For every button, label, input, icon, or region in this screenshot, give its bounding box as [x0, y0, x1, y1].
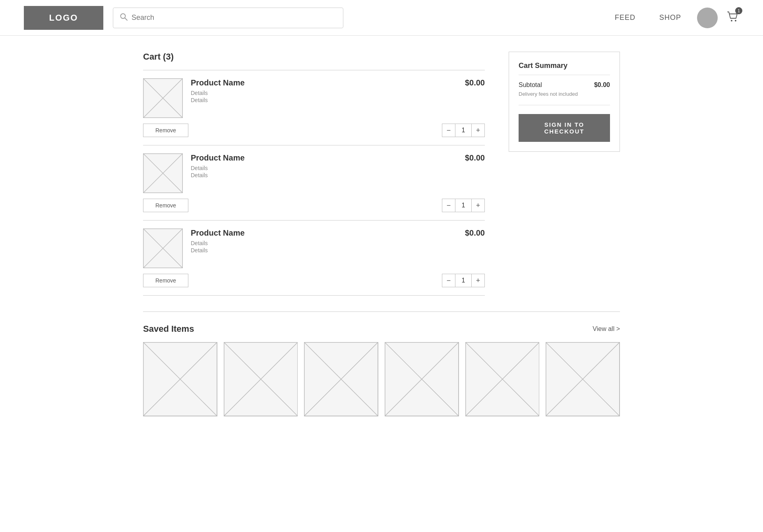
qty-controls: − 1 +	[442, 199, 485, 212]
product-detail-2: Details	[191, 172, 457, 178]
summary-subtotal-row: Subtotal $0.00	[519, 81, 610, 89]
qty-controls: − 1 +	[442, 124, 485, 137]
product-price: $0.00	[465, 78, 485, 87]
product-detail-1: Details	[191, 240, 457, 246]
saved-item[interactable]	[465, 342, 540, 416]
qty-increase-button[interactable]: +	[471, 124, 485, 137]
qty-increase-button[interactable]: +	[471, 274, 485, 287]
product-detail-1: Details	[191, 90, 457, 96]
qty-decrease-button[interactable]: −	[442, 124, 455, 137]
product-info: Product Name Details Details	[191, 78, 457, 104]
view-all-link[interactable]: View all >	[593, 325, 620, 333]
main-content: Cart (3) Product Name Details D	[119, 36, 644, 311]
qty-value: 1	[455, 274, 471, 287]
summary-box: Cart Summary Subtotal $0.00 Delivery fee…	[509, 52, 620, 152]
qty-increase-button[interactable]: +	[471, 199, 485, 212]
qty-decrease-button[interactable]: −	[442, 274, 455, 287]
qty-value: 1	[455, 124, 471, 137]
cart-summary: Cart Summary Subtotal $0.00 Delivery fee…	[509, 52, 620, 296]
logo-text: LOGO	[49, 13, 78, 23]
search-bar	[113, 8, 343, 28]
qty-controls: − 1 +	[442, 274, 485, 287]
nav-links: FEED SHOP	[615, 14, 681, 22]
cart-section: Cart (3) Product Name Details D	[143, 52, 485, 296]
saved-title: Saved Items	[143, 324, 194, 334]
avatar[interactable]	[697, 8, 718, 28]
summary-title: Cart Summary	[519, 62, 610, 75]
cart-item: Product Name Details Details $0.00 Remov…	[143, 70, 485, 145]
search-input[interactable]	[132, 14, 337, 22]
nav-shop[interactable]: SHOP	[659, 14, 681, 22]
saved-item[interactable]	[304, 342, 378, 416]
cart-item: Product Name Details Details $0.00 Remov…	[143, 221, 485, 296]
cart-title: Cart (3)	[143, 52, 485, 62]
product-image	[143, 228, 183, 268]
product-info: Product Name Details Details	[191, 153, 457, 179]
saved-header: Saved Items View all >	[143, 311, 620, 334]
search-icon	[120, 13, 128, 23]
product-price: $0.00	[465, 153, 485, 163]
saved-section: Saved Items View all >	[119, 311, 644, 440]
nav-feed[interactable]: FEED	[615, 14, 635, 22]
cart-badge: 1	[735, 7, 742, 14]
product-name: Product Name	[191, 228, 457, 238]
remove-button[interactable]: Remove	[143, 124, 188, 137]
product-detail-2: Details	[191, 247, 457, 253]
product-name: Product Name	[191, 78, 457, 87]
delivery-note: Delivery fees not included	[519, 91, 610, 97]
subtotal-value: $0.00	[594, 81, 610, 89]
svg-line-1	[125, 18, 127, 20]
product-price: $0.00	[465, 228, 485, 238]
header: LOGO FEED SHOP 1	[0, 0, 763, 36]
cart-items: Product Name Details Details $0.00 Remov…	[143, 70, 485, 296]
svg-point-3	[735, 20, 736, 21]
subtotal-label: Subtotal	[519, 81, 542, 89]
qty-value: 1	[455, 199, 471, 212]
remove-button[interactable]: Remove	[143, 199, 188, 212]
summary-divider	[519, 105, 610, 105]
product-name: Product Name	[191, 153, 457, 163]
header-icons: 1	[697, 8, 739, 28]
saved-items-grid	[143, 342, 620, 416]
cart-item: Product Name Details Details $0.00 Remov…	[143, 145, 485, 221]
cart-icon-wrap[interactable]: 1	[726, 10, 739, 26]
saved-item[interactable]	[546, 342, 620, 416]
saved-item[interactable]	[143, 342, 217, 416]
product-image	[143, 153, 183, 193]
remove-button[interactable]: Remove	[143, 274, 188, 287]
product-image	[143, 78, 183, 118]
product-detail-2: Details	[191, 97, 457, 103]
saved-item[interactable]	[385, 342, 459, 416]
product-info: Product Name Details Details	[191, 228, 457, 254]
svg-point-2	[731, 20, 732, 21]
product-detail-1: Details	[191, 165, 457, 171]
checkout-button[interactable]: SIGN IN TO CHECKOUT	[519, 114, 610, 142]
qty-decrease-button[interactable]: −	[442, 199, 455, 212]
saved-item[interactable]	[224, 342, 298, 416]
logo[interactable]: LOGO	[24, 6, 103, 30]
